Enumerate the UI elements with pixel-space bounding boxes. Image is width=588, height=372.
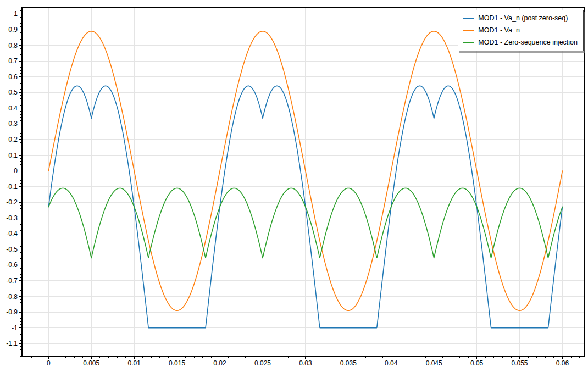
x-tick-label: 0.025 bbox=[254, 359, 271, 367]
y-tick-label: -1 bbox=[12, 324, 18, 332]
plot-canvas: 00.0050.010.0150.020.0250.030.0350.040.0… bbox=[0, 0, 588, 372]
legend-line-swatch-blue bbox=[463, 18, 474, 19]
x-tick-label: 0.02 bbox=[213, 359, 226, 367]
plot-frame bbox=[22, 8, 585, 356]
x-tick-label: 0.005 bbox=[83, 359, 99, 367]
x-tick-label: 0.035 bbox=[340, 359, 357, 367]
legend-line-swatch-orange bbox=[463, 30, 474, 31]
y-tick-label: -0.1 bbox=[6, 183, 18, 191]
x-tick-label: 0.01 bbox=[128, 359, 141, 367]
y-tick-label: -0.6 bbox=[6, 261, 18, 269]
legend-label: MOD1 - Zero-sequence injection bbox=[478, 38, 578, 47]
legend-item-zero-sequence: MOD1 - Zero-sequence injection bbox=[463, 38, 578, 47]
x-tick-label: 0.055 bbox=[511, 359, 528, 367]
x-tick-label: 0.03 bbox=[299, 359, 312, 367]
legend: MOD1 - Va_n (post zero-seq) MOD1 - Va_n … bbox=[458, 10, 584, 51]
legend-item-va: MOD1 - Va_n bbox=[463, 26, 578, 35]
y-tick-label: 0.7 bbox=[8, 57, 18, 65]
y-tick-label: -0.7 bbox=[6, 277, 18, 285]
x-tick-label: 0.045 bbox=[426, 359, 442, 367]
x-tick-label: 0.04 bbox=[385, 359, 398, 367]
x-tick-label: 0 bbox=[47, 359, 51, 367]
x-tick-label: 0.015 bbox=[169, 359, 185, 367]
y-tick-label: -1.1 bbox=[6, 340, 18, 347]
y-tick-label: -0.8 bbox=[6, 293, 18, 301]
y-tick-label: 0 bbox=[14, 167, 18, 175]
legend-line-swatch-green bbox=[463, 42, 474, 43]
y-tick-label: 0.3 bbox=[8, 120, 18, 127]
y-tick-label: -0.4 bbox=[6, 230, 18, 237]
y-tick-label: -0.2 bbox=[6, 198, 18, 206]
x-tick-label: 0.05 bbox=[470, 359, 484, 367]
y-tick-label: 0.1 bbox=[8, 152, 18, 159]
y-tick-label: 0.2 bbox=[8, 136, 18, 143]
legend-item-va-post-zero-seq: MOD1 - Va_n (post zero-seq) bbox=[463, 14, 578, 23]
y-tick-label: 0.9 bbox=[8, 26, 18, 34]
y-tick-label: 1 bbox=[14, 10, 18, 18]
y-tick-label: 0.4 bbox=[8, 104, 18, 112]
y-tick-label: -0.3 bbox=[6, 214, 18, 222]
legend-label: MOD1 - Va_n (post zero-seq) bbox=[478, 14, 568, 23]
legend-label: MOD1 - Va_n bbox=[478, 26, 520, 35]
y-tick-label: 0.8 bbox=[8, 42, 18, 49]
y-tick-label: -0.9 bbox=[6, 308, 18, 316]
y-tick-label: 0.6 bbox=[8, 73, 18, 81]
y-tick-label: 0.5 bbox=[8, 88, 18, 96]
waveform-figure: 00.0050.010.0150.020.0250.030.0350.040.0… bbox=[0, 0, 588, 372]
y-tick-label: -0.5 bbox=[6, 246, 18, 253]
x-tick-label: 0.06 bbox=[556, 359, 569, 367]
